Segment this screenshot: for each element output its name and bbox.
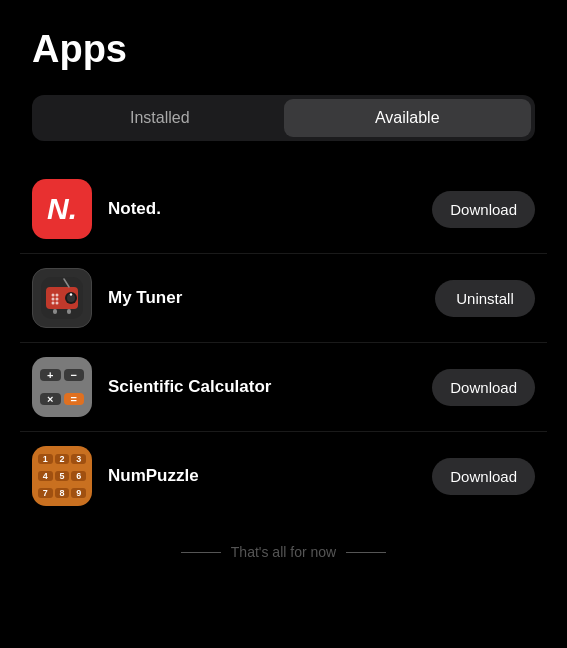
tab-installed[interactable]: Installed xyxy=(36,99,284,137)
app-row-mytuner: My Tuner Uninstall xyxy=(20,254,547,343)
app-row-noted: N. Noted. Download xyxy=(20,165,547,254)
app-name-noted: Noted. xyxy=(108,199,432,219)
puzzle-3: 3 xyxy=(71,454,86,464)
app-icon-numpuzzle: 1 2 3 4 5 6 7 8 9 xyxy=(32,446,92,506)
puzzle-9: 9 xyxy=(71,488,86,498)
calc-cell-multiply: × xyxy=(40,393,61,405)
footer: That's all for now xyxy=(0,520,567,580)
download-button-numpuzzle[interactable]: Download xyxy=(432,458,535,495)
calc-cell-minus: − xyxy=(64,369,85,381)
svg-rect-13 xyxy=(67,309,71,314)
page-title: Apps xyxy=(0,0,567,95)
puzzle-7: 7 xyxy=(38,488,53,498)
tab-bar: Installed Available xyxy=(32,95,535,141)
puzzle-4: 4 xyxy=(38,471,53,481)
svg-point-10 xyxy=(70,293,72,295)
calc-cell-equals: = xyxy=(64,393,85,405)
tab-available[interactable]: Available xyxy=(284,99,532,137)
footer-text: That's all for now xyxy=(231,544,336,560)
puzzle-8: 8 xyxy=(55,488,70,498)
app-icon-noted: N. xyxy=(32,179,92,239)
puzzle-5: 5 xyxy=(55,471,70,481)
app-icon-calculator: + − × = xyxy=(32,357,92,417)
footer-line-right xyxy=(346,552,386,553)
app-icon-mytuner xyxy=(32,268,92,328)
puzzle-1: 1 xyxy=(38,454,53,464)
noted-icon-letter: N. xyxy=(47,192,77,226)
app-list: N. Noted. Download xyxy=(0,165,567,520)
footer-line-left xyxy=(181,552,221,553)
uninstall-button-mytuner[interactable]: Uninstall xyxy=(435,280,535,317)
app-row-calculator: + − × = Scientific Calculator Download xyxy=(20,343,547,432)
app-name-calculator: Scientific Calculator xyxy=(108,377,432,397)
mytuner-svg-icon xyxy=(41,277,83,319)
app-name-numpuzzle: NumPuzzle xyxy=(108,466,432,486)
svg-rect-12 xyxy=(53,309,57,314)
svg-point-6 xyxy=(56,298,59,301)
download-button-noted[interactable]: Download xyxy=(432,191,535,228)
app-row-numpuzzle: 1 2 3 4 5 6 7 8 9 NumPuzzle Download xyxy=(20,432,547,520)
puzzle-6: 6 xyxy=(71,471,86,481)
svg-point-4 xyxy=(52,302,55,305)
svg-point-3 xyxy=(52,298,55,301)
svg-point-2 xyxy=(52,294,55,297)
puzzle-2: 2 xyxy=(55,454,70,464)
calc-cell-plus: + xyxy=(40,369,61,381)
download-button-calculator[interactable]: Download xyxy=(432,369,535,406)
app-name-mytuner: My Tuner xyxy=(108,288,435,308)
svg-point-5 xyxy=(56,294,59,297)
svg-point-7 xyxy=(56,302,59,305)
